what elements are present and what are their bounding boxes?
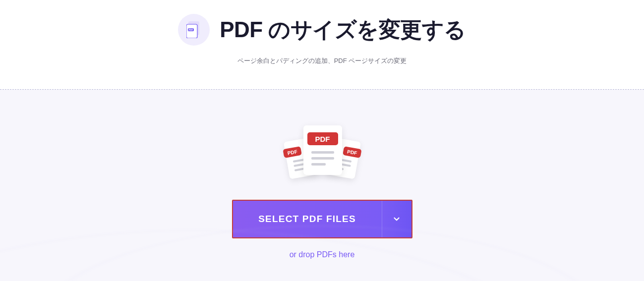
svg-text:PDF: PDF bbox=[189, 29, 193, 31]
app-icon: PDF bbox=[178, 14, 210, 46]
page-subtitle: ページ余白とパディングの追加、PDF ページサイズの変更 bbox=[0, 56, 644, 65]
page-title: PDF のサイズを変更する bbox=[220, 15, 466, 45]
select-source-dropdown-button[interactable] bbox=[382, 201, 411, 237]
pdf-badge: PDF bbox=[307, 132, 338, 145]
pdf-badge: PDF bbox=[283, 146, 302, 158]
header-section: PDF PDF のサイズを変更する ページ余白とパディングの追加、PDF ページ… bbox=[0, 0, 644, 65]
pdf-files-icon: PDF PDF PDF bbox=[283, 125, 362, 185]
upload-dropzone[interactable]: PDF PDF PDF SELECT PDF FILES or drop PDF… bbox=[0, 90, 644, 281]
select-files-group: SELECT PDF FILES bbox=[232, 200, 412, 238]
drop-hint-text: or drop PDFs here bbox=[290, 250, 355, 259]
pdf-badge: PDF bbox=[343, 146, 362, 158]
chevron-down-icon bbox=[392, 215, 401, 224]
title-row: PDF PDF のサイズを変更する bbox=[0, 14, 644, 46]
select-pdf-files-button[interactable]: SELECT PDF FILES bbox=[233, 201, 382, 237]
